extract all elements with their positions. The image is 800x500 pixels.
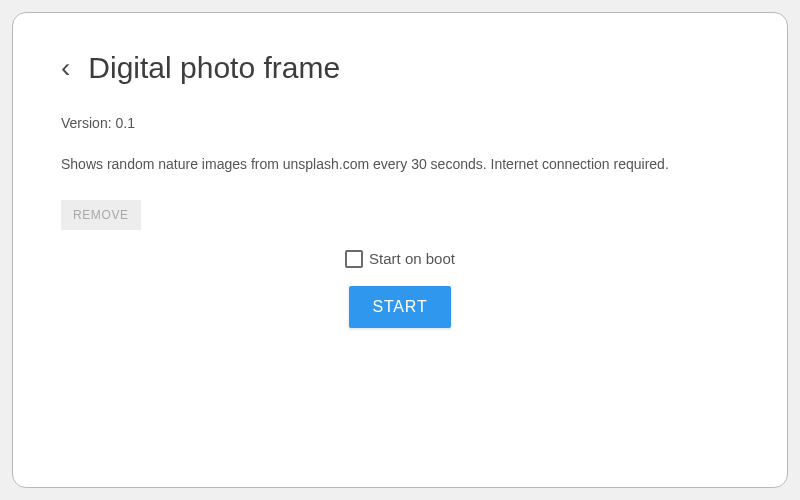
page-title: Digital photo frame [88,51,340,85]
center-controls: Start on boot START [61,250,739,328]
app-description: Shows random nature images from unsplash… [61,151,739,178]
remove-button[interactable]: REMOVE [61,200,141,230]
start-on-boot-checkbox[interactable] [345,250,363,268]
start-button[interactable]: START [349,286,452,328]
start-on-boot-row: Start on boot [345,250,455,268]
version-label: Version: 0.1 [61,115,739,131]
start-on-boot-label: Start on boot [369,250,455,267]
app-detail-card: ‹ Digital photo frame Version: 0.1 Shows… [12,12,788,488]
back-chevron-icon[interactable]: ‹ [61,54,70,82]
header: ‹ Digital photo frame [61,51,739,85]
